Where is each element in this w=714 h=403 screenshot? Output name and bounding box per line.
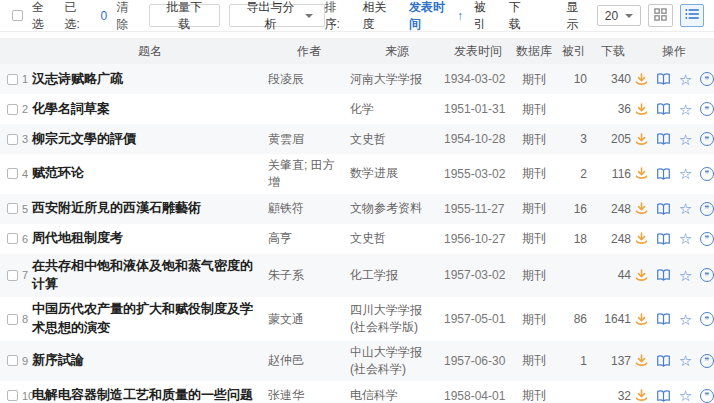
- author-cell[interactable]: 关肇直; 田方增: [268, 157, 350, 191]
- author-cell[interactable]: 张連华: [268, 387, 350, 403]
- page-size-select[interactable]: 20: [597, 5, 641, 26]
- cited-count[interactable]: 2: [556, 167, 592, 181]
- read-book-icon[interactable]: [656, 312, 671, 327]
- cite-quote-icon[interactable]: ❞: [700, 132, 714, 146]
- source-cell[interactable]: 四川大学学报(社会科学版): [350, 302, 444, 336]
- row-checkbox[interactable]: [7, 203, 18, 214]
- cite-quote-icon[interactable]: ❞: [700, 268, 714, 282]
- download-icon[interactable]: [634, 201, 649, 216]
- favorite-star-icon[interactable]: ☆: [678, 231, 693, 246]
- favorite-star-icon[interactable]: ☆: [678, 388, 693, 403]
- read-book-icon[interactable]: [656, 353, 671, 368]
- favorite-star-icon[interactable]: ☆: [678, 72, 693, 87]
- favorite-star-icon[interactable]: ☆: [678, 268, 693, 283]
- read-book-icon[interactable]: [656, 388, 671, 403]
- paper-title-link[interactable]: 柳宗元文學的評價: [32, 131, 136, 146]
- list-view-button[interactable]: [680, 4, 704, 27]
- read-book-icon[interactable]: [656, 102, 671, 117]
- cite-quote-icon[interactable]: ❞: [700, 312, 714, 326]
- author-cell[interactable]: 段凌辰: [268, 71, 350, 88]
- source-cell[interactable]: 文史哲: [350, 131, 444, 148]
- download-icon[interactable]: [634, 312, 649, 327]
- select-all-checkbox[interactable]: [12, 10, 23, 21]
- source-cell[interactable]: 化工学报: [350, 267, 444, 284]
- paper-title-link[interactable]: 周代地租制度考: [32, 230, 123, 245]
- cite-quote-icon[interactable]: ❞: [700, 232, 714, 246]
- paper-title-link[interactable]: 赋范环论: [32, 165, 84, 180]
- row-checkbox[interactable]: [7, 390, 18, 401]
- sort-option-download[interactable]: 下载: [509, 0, 533, 33]
- paper-title-link[interactable]: 新序試論: [32, 352, 84, 367]
- row-checkbox[interactable]: [7, 270, 18, 281]
- source-cell[interactable]: 文物参考资料: [350, 200, 444, 217]
- read-book-icon[interactable]: [656, 72, 671, 87]
- download-icon[interactable]: [634, 166, 649, 181]
- publish-date-cell: 1954-10-28: [444, 132, 512, 146]
- cited-count[interactable]: 16: [556, 202, 592, 216]
- cite-quote-icon[interactable]: ❞: [700, 389, 714, 403]
- download-icon[interactable]: [634, 353, 649, 368]
- paper-title-link[interactable]: 中国历代农产量的扩大和赋役制度及学术思想的演变: [32, 301, 253, 335]
- cite-quote-icon[interactable]: ❞: [700, 202, 714, 216]
- favorite-star-icon[interactable]: ☆: [678, 201, 693, 216]
- cite-quote-icon[interactable]: ❞: [700, 354, 714, 368]
- cite-quote-icon[interactable]: ❞: [700, 102, 714, 116]
- paper-title-link[interactable]: 化學名詞草案: [32, 101, 110, 116]
- row-checkbox[interactable]: [7, 134, 18, 145]
- read-book-icon[interactable]: [656, 231, 671, 246]
- paper-title-link[interactable]: 汉志诗赋略广疏: [32, 71, 123, 86]
- download-icon[interactable]: [634, 132, 649, 147]
- cite-quote-icon[interactable]: ❞: [700, 72, 714, 86]
- read-book-icon[interactable]: [656, 166, 671, 181]
- cited-count[interactable]: 10: [556, 72, 592, 86]
- author-cell[interactable]: 朱子系: [268, 267, 350, 284]
- row-checkbox[interactable]: [7, 168, 18, 179]
- read-book-icon[interactable]: [656, 132, 671, 147]
- grid-view-button[interactable]: [648, 4, 672, 27]
- source-cell[interactable]: 河南大学学报: [350, 71, 444, 88]
- author-cell[interactable]: 黄雲眉: [268, 131, 350, 148]
- favorite-star-icon[interactable]: ☆: [678, 353, 693, 368]
- author-cell[interactable]: 赵仲邑: [268, 352, 350, 369]
- author-cell[interactable]: 高亨: [268, 230, 350, 247]
- sort-option-publish-date[interactable]: 发表时间 ↑: [409, 0, 463, 33]
- cited-count[interactable]: 1: [556, 354, 592, 368]
- clear-selection-link[interactable]: 清除: [116, 0, 140, 33]
- export-analyze-button[interactable]: 导出与分析: [229, 4, 325, 27]
- paper-title-link[interactable]: 在共存相中饱和液体及饱和蒸气密度的计算: [32, 258, 253, 292]
- row-checkbox[interactable]: [7, 314, 18, 325]
- favorite-star-icon[interactable]: ☆: [678, 166, 693, 181]
- cite-quote-icon[interactable]: ❞: [700, 167, 714, 181]
- batch-download-button[interactable]: 批量下载: [149, 4, 220, 27]
- read-book-icon[interactable]: [656, 201, 671, 216]
- sort-option-relevance[interactable]: 相关度: [362, 0, 397, 33]
- cited-count[interactable]: 86: [556, 312, 592, 326]
- paper-title-link[interactable]: 西安附近所見的西漢石雕藝術: [32, 200, 201, 215]
- author-cell[interactable]: 蒙文通: [268, 311, 350, 328]
- favorite-star-icon[interactable]: ☆: [678, 132, 693, 147]
- source-cell[interactable]: 中山大学学报(社会科学): [350, 344, 444, 378]
- source-cell[interactable]: 文史哲: [350, 230, 444, 247]
- grid-view-icon: [654, 8, 667, 24]
- favorite-star-icon[interactable]: ☆: [678, 312, 693, 327]
- sort-option-cited[interactable]: 被引: [474, 0, 498, 33]
- row-checkbox[interactable]: [7, 104, 18, 115]
- download-icon[interactable]: [634, 231, 649, 246]
- download-icon[interactable]: [634, 72, 649, 87]
- download-icon[interactable]: [634, 268, 649, 283]
- cited-count[interactable]: 18: [556, 232, 592, 246]
- row-checkbox[interactable]: [7, 233, 18, 244]
- read-book-icon[interactable]: [656, 268, 671, 283]
- source-cell[interactable]: 化学: [350, 101, 444, 118]
- row-checkbox[interactable]: [7, 74, 18, 85]
- download-icon[interactable]: [634, 102, 649, 117]
- row-checkbox[interactable]: [7, 355, 18, 366]
- paper-title-link[interactable]: 电解电容器制造工艺和质量的一些问题: [32, 387, 253, 402]
- download-icon[interactable]: [634, 388, 649, 403]
- author-cell[interactable]: 顧铁符: [268, 200, 350, 217]
- cited-count[interactable]: 3: [556, 132, 592, 146]
- source-cell[interactable]: 数学进展: [350, 165, 444, 182]
- source-cell[interactable]: 电信科学: [350, 387, 444, 403]
- favorite-star-icon[interactable]: ☆: [678, 102, 693, 117]
- select-all-label[interactable]: 全选: [32, 0, 56, 33]
